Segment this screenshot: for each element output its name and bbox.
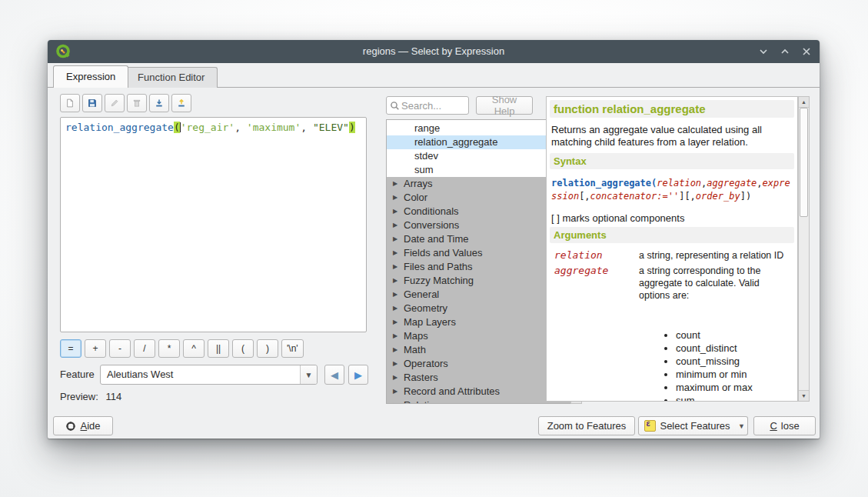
function-item-stdev[interactable]: stdev [387, 149, 570, 163]
optional-note: [ ] marks optional components [547, 203, 797, 224]
maximize-icon[interactable] [780, 46, 790, 57]
function-category-map-layers[interactable]: ▶Map Layers [387, 315, 570, 329]
function-category-general[interactable]: ▶General [387, 288, 570, 302]
edit-expression-button[interactable] [105, 94, 125, 112]
operator-button-8[interactable]: ( [232, 339, 254, 358]
code-token-pln: ][, [679, 191, 696, 202]
operator-button-7[interactable]: || [208, 339, 229, 358]
previous-feature-button[interactable]: ◀ [324, 365, 344, 385]
function-item-sum[interactable]: sum [387, 163, 570, 177]
list-item-label: Date and Time [404, 232, 469, 246]
operator-button-9[interactable]: ) [257, 339, 278, 358]
expand-arrow-icon[interactable]: ▶ [393, 302, 397, 315]
feature-label: Feature [60, 369, 95, 380]
expand-arrow-icon[interactable]: ▶ [393, 399, 397, 404]
list-item-label: Rasters [404, 371, 438, 385]
syntax-code: relation_aggregate(relation,aggregate,ex… [547, 169, 797, 203]
expand-arrow-icon[interactable]: ▶ [393, 385, 397, 399]
scroll-up-icon[interactable]: ▲ [799, 97, 809, 108]
help-panel-scrollbar[interactable]: ▲ ▼ [798, 96, 810, 402]
function-category-rasters[interactable]: ▶Rasters [387, 371, 570, 385]
code-token-param: aggregate [707, 178, 757, 188]
expand-arrow-icon[interactable]: ▶ [393, 260, 397, 274]
expand-arrow-icon[interactable]: ▶ [393, 288, 397, 302]
function-category-math[interactable]: ▶Math [387, 343, 570, 357]
list-item-label: Fuzzy Matching [404, 274, 474, 288]
select-features-dropdown-button[interactable]: ▼ [736, 416, 748, 435]
function-category-geometry[interactable]: ▶Geometry [387, 302, 570, 315]
function-category-arrays[interactable]: ▶Arrays [387, 177, 570, 191]
new-expression-button[interactable] [60, 94, 80, 112]
help-button[interactable]: Aide [53, 416, 113, 435]
expand-arrow-icon[interactable]: ▶ [393, 246, 397, 260]
function-category-conversions[interactable]: ▶Conversions [387, 218, 570, 232]
help-title: function relation_aggregate [550, 100, 794, 118]
close-button[interactable]: Close [753, 416, 816, 435]
aggregate-option: sum [676, 395, 793, 402]
minimize-icon[interactable] [758, 46, 769, 57]
search-input[interactable] [400, 99, 464, 112]
function-category-fields-and-values[interactable]: ▶Fields and Values [387, 246, 570, 260]
export-expressions-button[interactable] [171, 94, 191, 112]
aggregate-option: count_distinct [676, 342, 793, 355]
help-description: Returns an aggregate value calculated us… [547, 118, 797, 150]
function-item-relation-aggregate[interactable]: relation_aggregate [387, 135, 570, 149]
tab-function-editor[interactable]: Function Editor [125, 67, 218, 88]
scrollbar-thumb[interactable] [800, 108, 808, 217]
expand-arrow-icon[interactable]: ▶ [393, 191, 397, 205]
operator-button-10[interactable]: '\n' [281, 339, 304, 358]
list-item-label: range [414, 122, 440, 135]
function-category-record-and-attributes[interactable]: ▶Record and Attributes [387, 385, 570, 399]
list-item-label: Files and Paths [404, 260, 473, 274]
close-icon[interactable] [801, 46, 812, 57]
show-help-button[interactable]: Show Help [476, 96, 533, 115]
expand-arrow-icon[interactable]: ▶ [393, 343, 397, 357]
function-category-operators[interactable]: ▶Operators [387, 357, 570, 371]
expand-arrow-icon[interactable]: ▶ [393, 218, 397, 232]
expand-arrow-icon[interactable]: ▶ [393, 329, 397, 343]
import-expressions-button[interactable] [149, 94, 169, 112]
operator-button-3[interactable]: - [109, 339, 131, 358]
delete-expression-button[interactable] [127, 94, 147, 112]
select-by-expression-icon: ε [644, 420, 656, 432]
expand-arrow-icon[interactable]: ▶ [393, 177, 397, 191]
operator-button-6[interactable]: ^ [183, 339, 205, 358]
save-expression-button[interactable] [82, 94, 102, 112]
operator-button-4[interactable]: / [134, 339, 155, 358]
expand-arrow-icon[interactable]: ▶ [393, 232, 397, 246]
expression-editor[interactable]: relation_aggregate('reg_air', 'maximum',… [60, 117, 367, 332]
function-category-date-and-time[interactable]: ▶Date and Time [387, 232, 570, 246]
function-category-fuzzy-matching[interactable]: ▶Fuzzy Matching [387, 274, 570, 288]
search-box [386, 96, 469, 115]
function-category-relations[interactable]: ▶Relations [387, 399, 570, 404]
argument-name: relation [554, 249, 639, 262]
next-feature-button[interactable]: ▶ [348, 365, 368, 385]
feature-combobox[interactable]: Aleutians West ▼ [100, 365, 318, 385]
operator-button-5[interactable]: * [158, 339, 180, 358]
expand-arrow-icon[interactable]: ▶ [393, 371, 397, 385]
function-category-maps[interactable]: ▶Maps [387, 329, 570, 343]
function-category-files-and-paths[interactable]: ▶Files and Paths [387, 260, 570, 274]
expand-arrow-icon[interactable]: ▶ [393, 357, 397, 371]
operator-button-1[interactable]: = [60, 339, 81, 358]
code-token-pln: [, [579, 191, 590, 202]
function-category-conditionals[interactable]: ▶Conditionals [387, 205, 570, 218]
help-button-label: Aide [80, 420, 100, 432]
function-category-color[interactable]: ▶Color [387, 191, 570, 205]
titlebar[interactable]: regions — Select by Expression [48, 40, 820, 63]
expand-arrow-icon[interactable]: ▶ [393, 274, 397, 288]
chevron-down-icon[interactable]: ▼ [300, 365, 317, 384]
zoom-to-features-button[interactable]: Zoom to Features [538, 416, 635, 435]
argument-name: aggregate [554, 265, 639, 402]
scroll-down-icon[interactable]: ▼ [799, 390, 809, 401]
tab-bar: Expression Function Editor [48, 66, 820, 88]
expand-arrow-icon[interactable]: ▶ [393, 205, 397, 218]
function-item-range[interactable]: range [387, 122, 570, 135]
operator-button-2[interactable]: + [85, 339, 106, 358]
list-item-label: relation_aggregate [414, 135, 497, 149]
expand-arrow-icon[interactable]: ▶ [393, 315, 397, 329]
select-features-button[interactable]: ε Select Features [638, 416, 737, 435]
tab-expression[interactable]: Expression [53, 65, 128, 88]
code-token-param: concatenator:='' [590, 191, 680, 202]
syntax-heading: Syntax [550, 153, 794, 169]
